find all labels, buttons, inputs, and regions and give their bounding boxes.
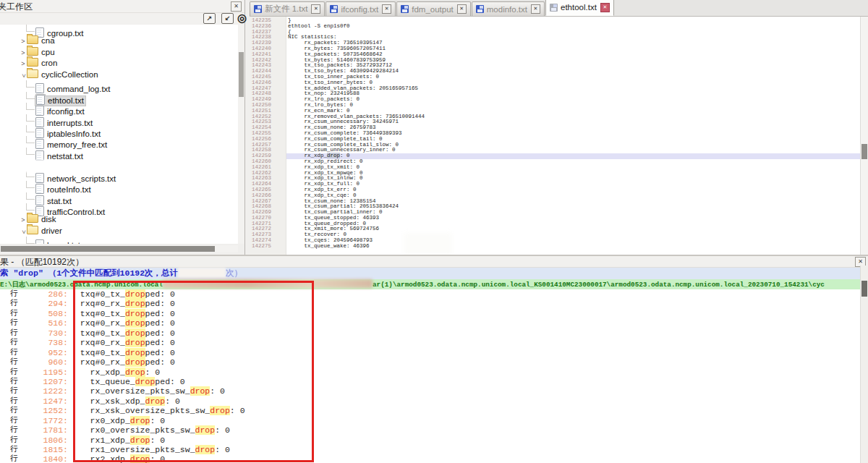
tree-item-label: lsmod.txt <box>47 241 80 244</box>
tree-item-netstat.txt[interactable]: netstat.txt <box>0 148 238 158</box>
code-text: ethtool -S enp1s0f0 <box>288 24 350 30</box>
close-icon[interactable]: ✕ <box>531 4 540 14</box>
save-icon <box>330 5 338 13</box>
result-line-number: 516: <box>20 318 68 328</box>
tree-item-disk[interactable]: >disk <box>0 214 238 225</box>
workspace-panel: 夹工作区 ✕ ↗ ↙ ◎ cgroup.txt>cna>cpu>cron>cyc… <box>0 0 245 255</box>
close-icon[interactable]: ✕ <box>311 4 320 14</box>
scrollbar-thumb[interactable] <box>239 52 244 97</box>
line-label: 行 <box>10 377 18 386</box>
redacted-blur <box>404 233 452 255</box>
result-line-number: 1840: <box>20 454 68 463</box>
result-line-number: 730: <box>20 328 68 338</box>
tree-connector <box>26 80 35 88</box>
collapse-all-icon[interactable]: ↙ <box>221 13 234 24</box>
close-icon[interactable]: ✕ <box>457 4 467 14</box>
redacted-blur <box>22 160 195 172</box>
tree-item-command_log.txt[interactable]: command_log.txt <box>0 80 238 91</box>
tree-item-ethtool.txt[interactable]: ethtool.txt <box>0 92 238 103</box>
line-label: 行 <box>10 386 18 396</box>
line-label: 行 <box>10 309 18 318</box>
line-label: 行 <box>10 416 18 425</box>
tree-item-lsmod.txt[interactable]: lsmod.txt <box>0 237 238 244</box>
selected-word: drop <box>327 153 340 158</box>
editor-text-area[interactable]: 142235}142236ethtool -S enp1s0f0142237{1… <box>250 18 861 255</box>
scrollbar-thumb[interactable] <box>1 246 215 252</box>
tab-fdm_output[interactable]: fdm_output✕ <box>396 1 471 16</box>
result-line-number: 1806: <box>20 436 68 445</box>
result-line-number: 1195: <box>20 368 68 377</box>
tree-item-cna[interactable]: >cna <box>0 35 238 46</box>
tree-item-label: cpu <box>41 48 55 56</box>
close-icon[interactable]: ✕ <box>382 4 391 14</box>
scrollbar-thumb[interactable] <box>861 281 867 297</box>
result-line-number: 1772: <box>20 416 68 425</box>
line-label: 行 <box>10 338 18 347</box>
tab-label: fdm_output <box>412 5 454 14</box>
redacted-blur <box>178 268 226 278</box>
tree-connector <box>26 25 35 32</box>
result-line-number: 1781: <box>20 425 68 435</box>
tree-horizontal-scrollbar[interactable] <box>0 245 238 252</box>
line-label: 行 <box>10 445 18 454</box>
close-icon[interactable]: ✕ <box>231 1 242 12</box>
workspace-toolbar: ↗ ↙ ◎ <box>0 13 244 24</box>
tree-item-routeInfo.txt[interactable]: routeInfo.txt <box>0 181 238 192</box>
folder-icon <box>27 226 38 234</box>
line-label: 行 <box>10 357 18 367</box>
tab-bar: 新文件 1.txt✕ifconfig.txt✕fdm_output✕modinf… <box>250 0 868 17</box>
tree-item-cyclicCollection[interactable]: >cyclicCollection <box>0 69 238 80</box>
tree-connector <box>26 125 35 132</box>
locate-file-icon[interactable]: ◎ <box>237 13 247 22</box>
tree-item-cgroup.txt[interactable]: cgroup.txt <box>0 25 238 35</box>
tree-vertical-scrollbar[interactable] <box>238 25 244 244</box>
tree-connector <box>26 148 35 155</box>
expand-all-icon[interactable]: ↗ <box>203 13 216 24</box>
tree-item-stat.txt[interactable]: stat.txt <box>0 192 238 203</box>
save-icon <box>401 5 409 13</box>
application-window: 夹工作区 ✕ ↗ ↙ ◎ cgroup.txt>cna>cpu>cron>cyc… <box>0 0 868 463</box>
workspace-title: 夹工作区 <box>0 1 33 13</box>
tree-item-cpu[interactable]: >cpu <box>0 47 238 58</box>
results-vertical-scrollbar[interactable] <box>860 266 868 463</box>
tree-connector <box>26 92 35 99</box>
result-line-number: 1222: <box>20 386 68 396</box>
result-line-number: 1247: <box>20 396 68 406</box>
tab-ethtool.txt[interactable]: ethtool.txt✕ <box>545 0 614 16</box>
close-icon[interactable]: ✕ <box>600 3 610 12</box>
tree-item-trafficControl.txt[interactable]: trafficControl.txt <box>0 203 238 214</box>
tab-label: 新文件 1.txt <box>265 4 307 14</box>
code-text: rx_xdp_drop: 0 <box>288 153 350 159</box>
tree-item-label: cron <box>41 59 57 67</box>
tree-item-iptablesInfo.txt[interactable]: iptablesInfo.txt <box>0 125 238 136</box>
tree-connector <box>26 192 35 200</box>
tab-ifconfig.txt[interactable]: ifconfig.txt✕ <box>326 1 396 16</box>
tree-item-cron[interactable]: >cron <box>0 58 238 69</box>
save-icon <box>254 5 262 13</box>
scrollbar-thumb[interactable] <box>861 144 867 159</box>
line-label: 行 <box>10 299 18 308</box>
tree-item-driver[interactable]: >driver <box>0 226 238 237</box>
line-number: 142275 <box>252 244 284 250</box>
chevron-collapsed-icon[interactable]: > <box>20 59 27 69</box>
tree-item-memory_free.txt[interactable]: memory_free.txt <box>0 136 238 147</box>
result-line-number: 1252: <box>20 406 68 415</box>
result-line-number: 294: <box>20 299 68 308</box>
file-path-text: ar(1)\armod0523.odata.ncmp.unicom.local_… <box>373 281 825 289</box>
tab-新文件 1.txt[interactable]: 新文件 1.txt✕ <box>250 1 325 16</box>
search-summary-line[interactable]: 索 "drop" （1个文件中匹配到10192次，总计次） <box>0 268 861 279</box>
tree-connector <box>26 103 35 110</box>
chevron-collapsed-icon[interactable]: > <box>20 215 27 226</box>
result-line-number: 508: <box>20 309 68 318</box>
chevron-collapsed-icon[interactable]: > <box>20 36 27 47</box>
folder-icon <box>27 214 38 223</box>
chevron-collapsed-icon[interactable]: > <box>20 48 27 59</box>
summary-text: 索 "drop" （1个文件中匹配到10192次，总计 <box>0 268 178 278</box>
editor-vertical-scrollbar[interactable] <box>860 17 868 255</box>
code-line: 142237{ <box>250 30 861 35</box>
tree-item-interrupts.txt[interactable]: interrupts.txt <box>0 114 238 125</box>
tree-item-ifconfig.txt[interactable]: ifconfig.txt <box>0 103 238 114</box>
tab-modinfo.txt[interactable]: modinfo.txt✕ <box>472 1 545 16</box>
line-label: 行 <box>10 328 18 338</box>
code-line: 142236ethtool -S enp1s0f0 <box>250 24 861 30</box>
